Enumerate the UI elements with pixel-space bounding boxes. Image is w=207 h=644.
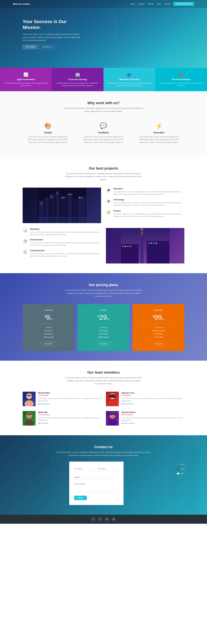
feature-survival: 📣 Survival Strategies Bring to the table… [155,68,207,91]
features-section: 📈 Agile Frameworks Leverage agile framew… [0,68,207,91]
form-message-input[interactable] [74,482,119,492]
svg-rect-41 [42,204,43,204]
svg-rect-52 [70,194,71,195]
com-desc: Lorem ipsum dolor sit amet. Termite adip… [30,252,101,257]
form-name-input[interactable] [74,466,95,471]
svg-rect-0 [114,5,144,68]
svg-rect-71 [151,242,152,244]
feature-diversity: 👥 Workplace Diversity Organically grow t… [104,68,155,91]
city-image-1 [23,188,101,223]
enterprise-buy-button[interactable]: BUY NOW [151,342,166,346]
vincent-role: Web Developer [121,414,184,416]
fin-desc: Lorem ipsum dolor sit amet, consectetur … [113,212,184,218]
nav-link-contact[interactable]: Contact [164,3,170,5]
startup-feat-3: 25B features [81,332,126,336]
form-message-group [74,482,119,493]
svg-rect-54 [81,197,82,198]
vincent-desc: Lorem ipsum dolor sit amet, consectetur … [121,416,184,421]
svg-rect-63 [142,232,143,233]
contact-subtitle: Lorem ipsum dolor sit amet, consectetur … [55,451,152,457]
svg-rect-72 [153,242,155,244]
diversity-desc: Organically grow the holistic world view… [107,82,152,87]
corporate-desc: Iteratively approach to corporate strate… [55,82,100,87]
footer-google-plus[interactable]: G+ [105,517,109,522]
email-text: XXX [181,472,184,474]
svg-point-86 [28,415,29,416]
contact-section: Contact us Lorem ipsum dolor sit amet, c… [0,435,207,515]
footer: f t G+ in [0,515,207,524]
startup-period: /m [107,318,109,320]
nicole-photo [23,392,36,406]
svg-rect-40 [41,204,41,204]
svg-rect-47 [57,194,57,195]
nav-link-projects[interactable]: Projects [138,3,145,5]
edu-title: Education [113,188,184,190]
individual-feat-2: 10 projects [26,329,71,332]
individual-feat-3: 25B features [26,332,71,336]
technology-icon: 💻 [106,198,111,204]
feedback-icon: 💬 [81,122,125,129]
nicole-role: Lead Designer [38,394,101,396]
svg-rect-38 [41,202,41,203]
ent-desc: Lorem ipsum dolor sit amet. Termite adip… [30,242,101,246]
twitter-icon-3: 🐦 [38,422,41,424]
enterprise-feat-2: Unlimited projects [136,329,181,332]
svg-rect-46 [57,192,57,193]
svg-rect-44 [51,197,51,198]
nav-cta-button[interactable]: DOWNLOAD NOW [173,2,194,6]
form-email-input[interactable] [98,466,119,471]
feedback-desc: Lorem ipsum dolor sit amet, consectetur … [81,136,125,144]
svg-rect-88 [28,416,31,417]
nav-link-team[interactable]: Team [156,3,161,5]
nav-links: About Projects Pricing Team Contact DOWN… [130,2,194,6]
svg-point-87 [30,415,30,416]
svg-point-85 [25,420,34,426]
svg-rect-61 [141,234,142,236]
nav-link-about[interactable]: About [130,3,135,5]
svg-rect-68 [127,246,129,247]
svg-rect-42 [51,196,51,196]
startup-plan-name: Startup [81,309,126,311]
team-member-mark: Mark Hall Front Developer Lorem ipsum do… [23,411,101,426]
com-title: Communication [30,250,101,252]
form-subject-input[interactable] [74,475,119,480]
project-item-entertainment: 🎵 Entertainment Lorem ipsum dolor sit am… [23,238,101,246]
project-item-communication: 📡 Communication Lorem ipsum dolor sit am… [23,250,101,257]
svg-rect-70 [148,242,150,244]
nicole-name: Nicole West [38,392,101,394]
why-title: Why work with us? [23,101,184,105]
individual-buy-button[interactable]: BUY NOW [41,342,56,346]
startup-price: $ 29 /m [81,314,126,321]
contact-button[interactable]: CONTACT US [39,45,55,49]
footer-twitter[interactable]: t [98,517,102,522]
survival-icon: 📣 [158,72,204,77]
education-icon: 🎓 [106,188,111,193]
footer-linkedin[interactable]: in [111,517,116,522]
mark-avatar [23,411,36,426]
startup-dollar: $ [98,315,99,318]
startup-buy-button[interactable]: BUY NOW [96,342,111,346]
svg-rect-51 [68,194,69,195]
hannah-name: Hannah Cruz [121,392,184,394]
send-button[interactable]: SEND [74,496,87,500]
project-item-com-content: Communication Lorem ipsum dolor sit amet… [30,250,101,257]
phone-icon: 📞 [177,468,179,470]
individual-price: $ 9 /m [26,314,71,321]
phone-text: XXX [181,468,184,470]
footer-facebook[interactable]: f [91,517,96,522]
contact-email: ✉️ XXX [177,472,184,475]
project-item-fin-content: Finance Lorem ipsum dolor sit amet, cons… [113,210,184,218]
team-section: Our team members Lorem ipsum dolor sit a… [0,361,207,435]
pricing-title: Our pricing plans [23,283,184,287]
vincent-avatar [106,411,119,426]
nav-link-pricing[interactable]: Pricing [148,3,153,5]
edu-desc: Lorem ipsum dolor sit amet, consectetur … [113,190,184,195]
marketing-icon: 📊 [23,228,28,233]
team-member-nicole: Nicole West Lead Designer Lorem ipsum do… [23,392,101,406]
nicole-info: Nicole West Lead Designer Lorem ipsum do… [38,392,101,405]
feature-agile: 📈 Agile Frameworks Leverage agile framew… [0,68,52,91]
why-card-design: 🎨 Design Lorem ipsum dolor sit amet, con… [23,119,73,147]
form-subject-group [74,475,119,480]
hannah-handle: @hannahcruz [124,403,134,405]
view-demo-button[interactable]: VIEW DEMO [23,45,38,49]
